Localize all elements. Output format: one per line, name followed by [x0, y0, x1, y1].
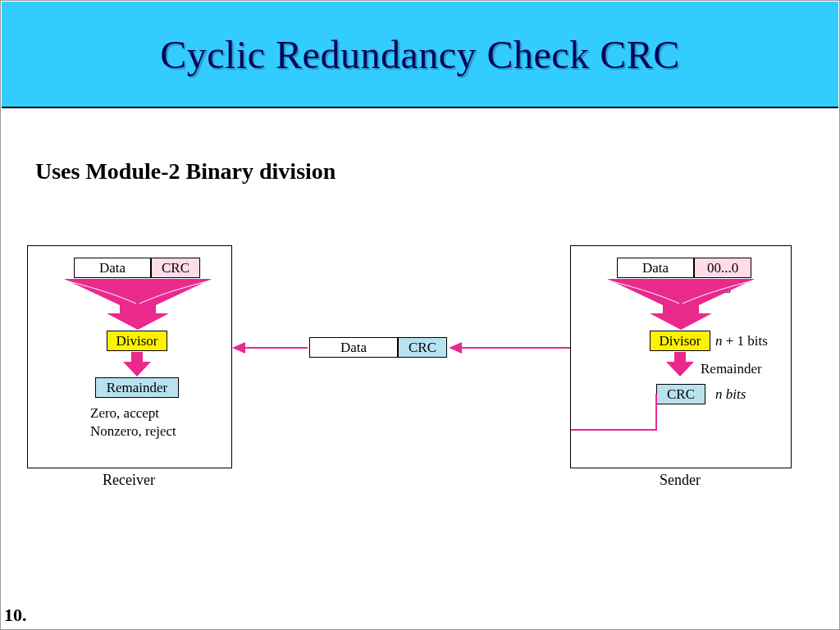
svg-marker-3 — [232, 342, 245, 354]
sender-divisor-bits: n + 1 bits — [715, 333, 768, 349]
receiver-divisor-cell: Divisor — [107, 331, 167, 351]
receiver-crc-cell: CRC — [151, 258, 200, 278]
receiver-data-cell: Data — [74, 258, 151, 278]
sender-remainder-word: Remainder — [701, 361, 762, 377]
arrow-middle-to-receiver-icon — [232, 342, 308, 354]
sender-crc-bits: n bits — [715, 386, 746, 403]
middle-crc-cell: CRC — [398, 337, 447, 358]
sender-caption: Sender — [570, 472, 790, 489]
sender-funnel-icon — [607, 279, 755, 330]
slide-subtitle: Uses Module-2 Binary division — [35, 158, 336, 185]
sender-pad-cell: 00...0 — [694, 258, 751, 278]
sender-crc-bits-text: n bits — [715, 386, 746, 402]
sender-divisor-bits-rest: + 1 bits — [723, 333, 768, 349]
sender-divisor-bits-n: n — [715, 333, 723, 349]
sender-crc-out-connector-icon — [571, 394, 661, 443]
receiver-rule1: Zero, accept — [90, 405, 159, 422]
page-number: 10. — [4, 605, 27, 626]
receiver-panel: Data CRC Divisor Remainder Zero, accept … — [27, 245, 232, 468]
middle-data-cell: Data — [309, 337, 398, 358]
sender-down-arrow-icon — [666, 352, 694, 377]
title-band: Cyclic Redundancy Check CRC — [2, 2, 838, 108]
sender-crc-cell: CRC — [656, 384, 705, 404]
svg-marker-1 — [449, 342, 462, 354]
slide-frame: Cyclic Redundancy Check CRC Uses Module-… — [0, 0, 840, 630]
arrow-sender-to-middle-icon — [449, 342, 572, 354]
slide-title: Cyclic Redundancy Check CRC — [160, 32, 679, 77]
sender-panel: Data 00...0 n bits Divisor n + 1 bits Re… — [570, 245, 792, 468]
receiver-funnel-icon — [64, 279, 212, 330]
sender-divisor-cell: Divisor — [650, 331, 710, 351]
receiver-rule2: Nonzero, reject — [90, 423, 176, 440]
receiver-remainder-cell: Remainder — [95, 377, 179, 398]
sender-data-cell: Data — [617, 258, 694, 278]
receiver-down-arrow-icon — [123, 352, 151, 377]
receiver-caption: Receiver — [27, 472, 231, 489]
